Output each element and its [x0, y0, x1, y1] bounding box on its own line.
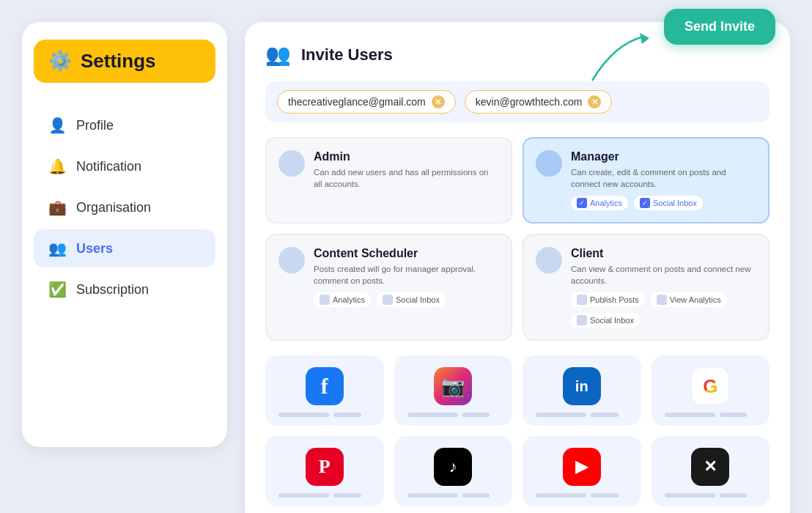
badge-analytics-manager: ✓ Analytics: [571, 196, 628, 210]
badge-publish-posts: Publish Posts: [571, 292, 645, 307]
badge-check-icon: ✓: [640, 198, 650, 208]
send-invite-button[interactable]: Send Invite: [664, 9, 775, 45]
youtube-icon: ▶: [563, 448, 601, 486]
email-value-1: thecreativeglance@gmail.com: [288, 96, 426, 108]
email-tag-1[interactable]: thecreativeglance@gmail.com ✕: [277, 90, 456, 114]
instagram-icon: 📷: [434, 367, 472, 405]
role-info-admin: Admin Can add new users and has all perm…: [314, 150, 499, 210]
role-name-admin: Admin: [314, 150, 499, 163]
role-name-client: Client: [571, 247, 756, 260]
social-card-youtube[interactable]: ▶: [523, 436, 641, 506]
badge-analytics-cs: Analytics: [314, 292, 371, 307]
social-lines-youtube: [530, 493, 634, 498]
social-lines-instagram: [402, 413, 506, 417]
role-desc-client: Can view & comment on posts and connect …: [571, 263, 756, 287]
sidebar: ⚙️ Settings 👤 Profile 🔔 Notification 💼 O…: [22, 22, 227, 447]
roles-grid: Admin Can add new users and has all perm…: [265, 137, 769, 341]
role-card-content-scheduler[interactable]: Content Scheduler Posts created will go …: [265, 234, 512, 341]
social-card-twitter[interactable]: ✕: [652, 436, 770, 506]
role-avatar-client: [536, 247, 562, 273]
role-card-admin[interactable]: Admin Can add new users and has all perm…: [265, 137, 512, 224]
sidebar-item-profile[interactable]: 👤 Profile: [34, 106, 215, 144]
sidebar-item-notification[interactable]: 🔔 Notification: [34, 147, 215, 185]
role-desc-manager: Can create, edit & comment on posts and …: [571, 166, 756, 190]
badge-label: Publish Posts: [590, 295, 639, 304]
role-desc-content-scheduler: Posts created will go for manager approv…: [314, 263, 499, 287]
role-avatar-admin: [278, 150, 305, 177]
main-title: Invite Users: [301, 45, 393, 64]
role-card-manager[interactable]: Manager Can create, edit & comment on po…: [523, 137, 769, 224]
sidebar-nav: 👤 Profile 🔔 Notification 💼 Organisation …: [34, 106, 215, 309]
badge-view-analytics: View Analytics: [651, 292, 727, 307]
twitter-x-icon: ✕: [691, 448, 729, 486]
social-card-linkedin[interactable]: in: [523, 355, 641, 426]
social-card-tiktok[interactable]: ♪: [394, 436, 513, 506]
role-name-content-scheduler: Content Scheduler: [314, 247, 499, 260]
social-lines-pinterest: [273, 493, 377, 498]
invite-users-icon: 👥: [265, 43, 291, 67]
role-badges-manager: ✓ Analytics ✓ Social Inbox: [571, 196, 756, 210]
role-info-content-scheduler: Content Scheduler Posts created will go …: [314, 247, 499, 328]
social-lines-twitter: [659, 493, 763, 498]
badge-social-inbox-cs: Social Inbox: [377, 292, 446, 307]
tiktok-icon: ♪: [434, 448, 472, 486]
sidebar-header: ⚙️ Settings: [34, 40, 215, 83]
badge-check-icon: ✓: [577, 198, 587, 208]
sidebar-item-subscription[interactable]: ✅ Subscription: [34, 270, 215, 309]
badge-check-icon: [383, 295, 393, 305]
social-lines-tiktok: [402, 493, 506, 498]
badge-check-icon: [320, 295, 330, 305]
badge-check-icon: [577, 315, 587, 325]
sidebar-item-organisation[interactable]: 💼 Organisation: [34, 188, 215, 226]
page-wrapper: ⚙️ Settings 👤 Profile 🔔 Notification 💼 O…: [0, 0, 812, 513]
social-card-google[interactable]: G: [652, 355, 770, 426]
social-card-instagram[interactable]: 📷: [394, 355, 513, 426]
badge-check-icon: [577, 295, 587, 305]
pinterest-icon: P: [306, 448, 344, 486]
role-badges-content-scheduler: Analytics Social Inbox: [314, 292, 499, 307]
sidebar-item-label: Organisation: [76, 200, 151, 215]
social-card-pinterest[interactable]: P: [265, 436, 384, 506]
email-value-2: kevin@growthtech.com: [476, 96, 583, 108]
badge-label: Social Inbox: [653, 199, 697, 207]
social-lines-facebook: [273, 413, 377, 417]
social-lines-linkedin: [530, 413, 634, 417]
sidebar-item-label: Subscription: [76, 282, 149, 298]
social-lines-google: [659, 413, 763, 417]
badge-label: Analytics: [590, 199, 622, 207]
facebook-icon: f: [306, 367, 344, 405]
settings-icon: ⚙️: [48, 50, 72, 73]
email-row: thecreativeglance@gmail.com ✕ kevin@grow…: [265, 81, 769, 122]
linkedin-icon: in: [563, 367, 601, 405]
sidebar-item-label: Notification: [76, 159, 141, 174]
sidebar-item-label: Users: [76, 241, 113, 256]
profile-icon: 👤: [48, 117, 66, 134]
sidebar-title: Settings: [81, 50, 156, 73]
role-desc-admin: Can add new users and has all permission…: [314, 166, 499, 190]
main-header: 👥 Invite Users: [265, 43, 769, 67]
main-panel: Send Invite 👥 Invite Users thecreativegl…: [245, 22, 790, 513]
badge-check-icon: [657, 295, 667, 305]
social-card-facebook[interactable]: f: [265, 355, 384, 426]
role-badges-client: Publish Posts View Analytics Social Inbo…: [571, 292, 756, 328]
google-icon: G: [691, 367, 729, 405]
subscription-icon: ✅: [48, 281, 66, 298]
role-info-client: Client Can view & comment on posts and c…: [571, 247, 756, 328]
email-remove-2[interactable]: ✕: [588, 95, 601, 108]
organisation-icon: 💼: [48, 199, 66, 216]
role-avatar-content-scheduler: [278, 247, 305, 273]
badge-social-inbox-manager: ✓ Social Inbox: [634, 196, 703, 210]
users-icon: 👥: [48, 240, 66, 257]
role-info-manager: Manager Can create, edit & comment on po…: [571, 150, 756, 210]
badge-label: View Analytics: [670, 295, 721, 304]
social-grid: f 📷 in: [265, 355, 769, 506]
email-tag-2[interactable]: kevin@growthtech.com ✕: [465, 90, 613, 114]
role-card-client[interactable]: Client Can view & comment on posts and c…: [523, 234, 769, 341]
badge-label: Social Inbox: [396, 295, 440, 304]
notification-icon: 🔔: [48, 158, 66, 175]
role-avatar-manager: [536, 150, 562, 177]
email-remove-1[interactable]: ✕: [432, 95, 445, 108]
badge-label: Social Inbox: [590, 316, 634, 325]
sidebar-item-label: Profile: [76, 118, 114, 133]
sidebar-item-users[interactable]: 👥 Users: [34, 229, 215, 267]
